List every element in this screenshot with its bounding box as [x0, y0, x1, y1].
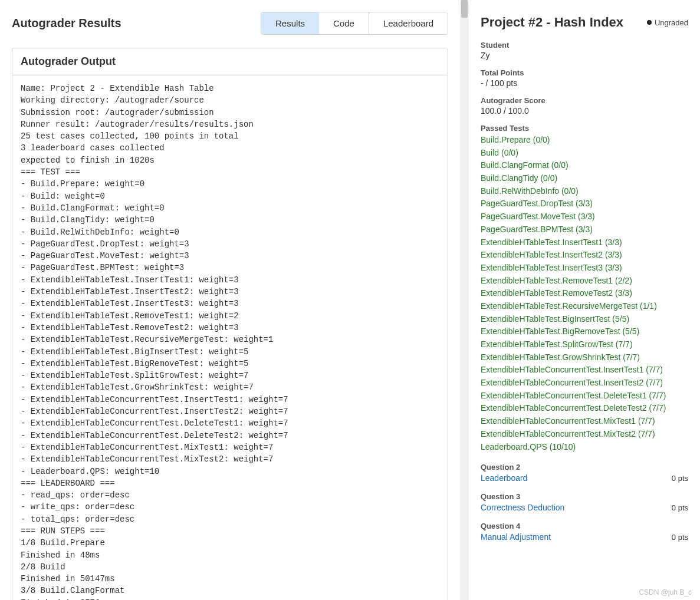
- tab-results[interactable]: Results: [261, 12, 320, 35]
- question-row: Manual Adjustment0 pts: [481, 532, 688, 542]
- passed-test-item[interactable]: ExtendibleHTableTest.GrowShrinkTest (7/7…: [481, 351, 688, 364]
- project-header: Project #2 - Hash Index Ungraded: [481, 15, 688, 30]
- tab-code[interactable]: Code: [319, 12, 369, 34]
- passed-test-item[interactable]: ExtendibleHTableTest.BigInsertTest (5/5): [481, 313, 688, 326]
- question-block: Question 2Leaderboard0 pts: [481, 463, 688, 483]
- passed-test-item[interactable]: ExtendibleHTableTest.RemoveTest1 (2/2): [481, 275, 688, 288]
- total-points-value: - / 100 pts: [481, 78, 688, 88]
- question-points: 0 pts: [672, 474, 688, 483]
- status-text: Ungraded: [655, 18, 688, 27]
- tabs: Results Code Leaderboard: [261, 12, 448, 35]
- question-link[interactable]: Leaderboard: [481, 473, 527, 483]
- passed-test-item[interactable]: PageGuardTest.BPMTest (3/3): [481, 223, 688, 236]
- right-panel: Project #2 - Hash Index Ungraded Student…: [469, 0, 700, 600]
- passed-test-item[interactable]: ExtendibleHTableConcurrentTest.MixTest2 …: [481, 428, 688, 441]
- passed-test-item[interactable]: ExtendibleHTableConcurrentTest.DeleteTes…: [481, 390, 688, 403]
- status-dot-icon: [647, 20, 652, 25]
- question-block: Question 3Correctness Deduction0 pts: [481, 492, 688, 512]
- passed-tests-label: Passed Tests: [481, 124, 688, 133]
- question-label: Question 2: [481, 463, 688, 472]
- header-row: Autograder Results Results Code Leaderbo…: [12, 12, 448, 35]
- passed-test-item[interactable]: Build (0/0): [481, 147, 688, 160]
- passed-test-item[interactable]: ExtendibleHTableTest.InsertTest3 (3/3): [481, 262, 688, 275]
- autograder-score-value: 100.0 / 100.0: [481, 106, 688, 116]
- question-link[interactable]: Manual Adjustment: [481, 532, 551, 542]
- scrollbar[interactable]: [460, 0, 469, 600]
- watermark: CSDN @juh B_c: [639, 588, 692, 596]
- passed-test-item[interactable]: ExtendibleHTableTest.SplitGrowTest (7/7): [481, 338, 688, 351]
- question-block: Question 4Manual Adjustment0 pts: [481, 522, 688, 542]
- total-points-label: Total Points: [481, 68, 688, 77]
- question-points: 0 pts: [672, 533, 688, 542]
- question-row: Correctness Deduction0 pts: [481, 503, 688, 512]
- questions-list: Question 2Leaderboard0 ptsQuestion 3Corr…: [481, 463, 688, 542]
- autograder-score-label: Autograder Score: [481, 96, 688, 105]
- autograder-output-title: Autograder Output: [12, 48, 448, 75]
- scrollbar-thumb[interactable]: [461, 0, 468, 18]
- student-label: Student: [481, 41, 688, 50]
- question-label: Question 3: [481, 492, 688, 501]
- passed-test-item[interactable]: Build.ClangFormat (0/0): [481, 159, 688, 172]
- autograder-output-body: Name: Project 2 - Extendible Hash Table …: [12, 75, 448, 600]
- passed-test-item[interactable]: ExtendibleHTableTest.InsertTest1 (3/3): [481, 236, 688, 249]
- passed-test-item[interactable]: ExtendibleHTableConcurrentTest.MixTest1 …: [481, 415, 688, 428]
- passed-test-item[interactable]: ExtendibleHTableConcurrentTest.InsertTes…: [481, 364, 688, 377]
- page-title: Autograder Results: [12, 17, 121, 30]
- passed-test-item[interactable]: PageGuardTest.DropTest (3/3): [481, 197, 688, 210]
- passed-test-item[interactable]: ExtendibleHTableConcurrentTest.InsertTes…: [481, 377, 688, 390]
- question-link[interactable]: Correctness Deduction: [481, 503, 564, 512]
- passed-test-item[interactable]: ExtendibleHTableTest.BigRemoveTest (5/5): [481, 325, 688, 338]
- passed-tests-list: Build.Prepare (0/0)Build (0/0)Build.Clan…: [481, 134, 688, 453]
- student-name: Zy: [481, 51, 688, 60]
- status-badge: Ungraded: [647, 18, 688, 27]
- autograder-output-card: Autograder Output Name: Project 2 - Exte…: [12, 48, 448, 600]
- passed-test-item[interactable]: ExtendibleHTableTest.RemoveTest2 (3/3): [481, 287, 688, 300]
- left-panel: Autograder Results Results Code Leaderbo…: [0, 0, 460, 600]
- passed-test-item[interactable]: ExtendibleHTableConcurrentTest.DeleteTes…: [481, 402, 688, 415]
- project-title: Project #2 - Hash Index: [481, 15, 623, 30]
- passed-test-item[interactable]: Build.RelWithDebInfo (0/0): [481, 185, 688, 198]
- passed-test-item[interactable]: Build.ClangTidy (0/0): [481, 172, 688, 185]
- question-label: Question 4: [481, 522, 688, 530]
- tab-leaderboard[interactable]: Leaderboard: [369, 12, 448, 34]
- passed-test-item[interactable]: ExtendibleHTableTest.RecursiveMergeTest …: [481, 300, 688, 313]
- passed-test-item[interactable]: Build.Prepare (0/0): [481, 134, 688, 147]
- passed-test-item[interactable]: ExtendibleHTableTest.InsertTest2 (3/3): [481, 249, 688, 262]
- passed-test-item[interactable]: PageGuardTest.MoveTest (3/3): [481, 210, 688, 223]
- question-row: Leaderboard0 pts: [481, 473, 688, 483]
- passed-test-item[interactable]: Leaderboard.QPS (10/10): [481, 441, 688, 454]
- question-points: 0 pts: [672, 503, 688, 512]
